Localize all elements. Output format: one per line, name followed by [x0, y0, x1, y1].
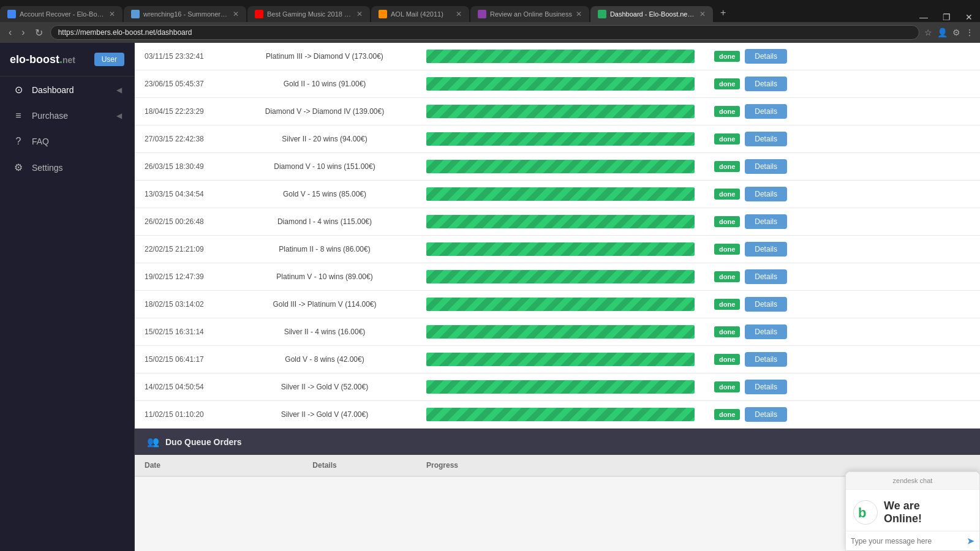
browser-tab-tab2[interactable]: wrenching16 - Summoner Sta... ✕: [124, 6, 246, 22]
sidebar-item-settings[interactable]: ⚙ Settings: [0, 154, 134, 181]
done-badge: done: [714, 189, 740, 200]
tab-close-icon[interactable]: ✕: [576, 10, 582, 18]
details-button[interactable]: Details: [745, 187, 787, 201]
progress-bar: [426, 242, 695, 256]
close-button[interactable]: ✕: [958, 12, 980, 22]
sidebar-item-dashboard[interactable]: ⊙ Dashboard ◀: [0, 77, 134, 103]
action-cell: done Details: [714, 324, 970, 339]
order-date: 23/06/15 05:45:37: [135, 70, 233, 98]
nav-label-faq: FAQ: [32, 137, 49, 146]
order-progress: [417, 181, 704, 208]
tab-favicon: [379, 10, 387, 18]
back-button[interactable]: ‹: [6, 26, 14, 39]
action-cell: done Details: [714, 297, 970, 312]
progress-bar: [426, 215, 695, 228]
details-button[interactable]: Details: [745, 407, 787, 422]
order-progress: [417, 98, 704, 126]
action-cell: done Details: [714, 49, 970, 64]
order-action-cell: done Details: [704, 43, 980, 70]
details-button[interactable]: Details: [745, 380, 787, 394]
action-cell: done Details: [714, 380, 970, 394]
details-button[interactable]: Details: [745, 297, 787, 312]
tab-title: wrenching16 - Summoner Sta...: [143, 10, 229, 18]
tab-close-icon[interactable]: ✕: [356, 10, 363, 18]
order-progress: [417, 126, 704, 153]
user-button[interactable]: User: [94, 53, 124, 66]
details-button[interactable]: Details: [745, 159, 787, 174]
progress-bar: [426, 77, 695, 91]
tab-title: AOL Mail (42011): [391, 10, 452, 18]
order-date: 26/02/15 00:26:48: [135, 208, 233, 236]
tab-close-icon[interactable]: ✕: [699, 10, 706, 18]
details-button[interactable]: Details: [745, 49, 787, 64]
tab-close-icon[interactable]: ✕: [456, 10, 462, 18]
sidebar: elo-boost.net User ⊙ Dashboard ◀ ≡ Purch…: [0, 43, 135, 551]
table-row: 11/02/15 01:10:20 Silver II -> Gold V (4…: [135, 401, 980, 429]
svg-text:b: b: [858, 505, 866, 520]
chat-input-row: ➤: [846, 531, 979, 550]
app-container: elo-boost.net User ⊙ Dashboard ◀ ≡ Purch…: [0, 43, 980, 551]
url-text: https://members.elo-boost.net/dashboard: [58, 28, 192, 37]
progress-bar-fill: [426, 325, 695, 339]
sidebar-item-faq[interactable]: ? FAQ: [0, 129, 134, 154]
nav-arrow-purchase: ◀: [116, 111, 122, 120]
order-progress: [417, 236, 704, 263]
details-button[interactable]: Details: [745, 242, 787, 257]
details-button[interactable]: Details: [745, 352, 787, 367]
sidebar-item-purchase[interactable]: ≡ Purchase ◀: [0, 103, 134, 129]
done-badge: done: [714, 78, 740, 89]
tab-favicon: [7, 10, 16, 18]
menu-icon[interactable]: ⋮: [965, 28, 974, 37]
new-tab-button[interactable]: +: [714, 4, 732, 22]
progress-bar-fill: [426, 270, 695, 283]
progress-bar-fill: [426, 380, 695, 394]
details-button[interactable]: Details: [745, 77, 787, 91]
tab-favicon: [478, 10, 486, 18]
order-date: 15/02/15 06:41:17: [135, 346, 233, 373]
done-badge: done: [714, 244, 740, 255]
url-bar[interactable]: https://members.elo-boost.net/dashboard: [50, 25, 919, 40]
order-action-cell: done Details: [704, 291, 980, 318]
order-details: Platinum II - 8 wins (86.00€): [233, 236, 417, 263]
chat-send-button[interactable]: ➤: [967, 535, 974, 547]
browser-tab-tab1[interactable]: Account Recover - Elo-Boost.n... ✕: [0, 6, 123, 22]
minimize-button[interactable]: —: [912, 12, 935, 22]
reload-button[interactable]: ↻: [32, 26, 45, 40]
tab-close-icon[interactable]: ✕: [233, 10, 239, 18]
chat-input[interactable]: [851, 537, 967, 545]
details-button[interactable]: Details: [745, 324, 787, 339]
nav-icon-purchase: ≡: [12, 110, 24, 121]
table-row: 19/02/15 12:47:39 Platinum V - 10 wins (…: [135, 263, 980, 291]
orders-table: 03/11/15 23:32:41 Platinum III -> Diamon…: [135, 43, 980, 429]
details-button[interactable]: Details: [745, 104, 787, 119]
progress-bar: [426, 160, 695, 173]
bookmark-star-icon[interactable]: ☆: [924, 28, 932, 37]
details-button[interactable]: Details: [745, 132, 787, 146]
forward-button[interactable]: ›: [19, 26, 27, 39]
nav-label-dashboard: Dashboard: [32, 85, 74, 95]
order-action-cell: done Details: [704, 181, 980, 208]
order-action-cell: done Details: [704, 153, 980, 181]
browser-tab-tab5[interactable]: Review an Online Business ✕: [470, 6, 589, 22]
profile-icon[interactable]: 👤: [937, 28, 948, 37]
order-progress: [417, 70, 704, 98]
maximize-button[interactable]: ❐: [935, 12, 958, 22]
progress-bar: [426, 325, 695, 339]
details-button[interactable]: Details: [745, 214, 787, 229]
nav-label-settings: Settings: [32, 163, 63, 173]
browser-tab-tab3[interactable]: Best Gaming Music 2018 ♫ Be... ✕: [247, 6, 370, 22]
tab-favicon: [131, 10, 140, 18]
order-date: 14/02/15 04:50:54: [135, 373, 233, 401]
browser-tab-tab4[interactable]: AOL Mail (42011) ✕: [371, 6, 469, 22]
order-date: 27/03/15 22:42:38: [135, 126, 233, 153]
done-badge: done: [714, 161, 740, 172]
details-button[interactable]: Details: [745, 269, 787, 284]
progress-bar: [426, 105, 695, 118]
browser-tab-tab6[interactable]: Dashboard - Elo-Boost.net - L... ✕: [590, 6, 713, 22]
extensions-icon[interactable]: ⚙: [952, 28, 960, 37]
tab-close-icon[interactable]: ✕: [109, 10, 115, 18]
table-row: 23/06/15 05:45:37 Gold II - 10 wins (91.…: [135, 70, 980, 98]
table-row: 27/03/15 22:42:38 Silver II - 20 wins (9…: [135, 126, 980, 153]
logo-text: elo-boost.net: [10, 53, 75, 66]
duo-icon: 👥: [147, 436, 159, 448]
